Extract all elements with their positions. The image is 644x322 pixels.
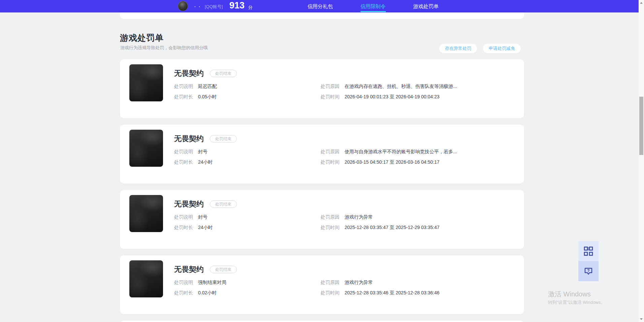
username: . . xyxy=(194,3,201,8)
help-button[interactable]: ? xyxy=(578,261,599,281)
penalty-relief-button[interactable]: 申请处罚减免 xyxy=(483,44,521,53)
field-value-time: 2026-04-19 00:01:23 至 2026-04-19 00:04:2… xyxy=(345,94,440,100)
field-label-duration: 处罚时长 xyxy=(174,94,198,100)
card-title-row: 无畏契约 处罚结束 xyxy=(174,199,237,209)
game-name: 无畏契约 xyxy=(174,264,204,275)
field-label-duration: 处罚时长 xyxy=(174,225,198,230)
abnormal-penalty-button[interactable]: 存在异常处罚 xyxy=(439,44,477,53)
field-value-desc: 封号 xyxy=(198,214,207,220)
field-duration: 处罚时长 0.02小时 xyxy=(174,290,321,296)
field-value-duration: 0.02小时 xyxy=(198,290,217,296)
field-label-time: 处罚时间 xyxy=(321,159,345,165)
penalty-fields: 处罚说明 强制结束对局 处罚原因 游戏行为异常 处罚时长 0.02小时 处罚时间… xyxy=(174,280,440,296)
field-reason: 处罚原因 使用与自身游戏水平不符的账号影响竞技公平，若多... xyxy=(321,149,457,155)
field-value-reason: 在游戏内存在逃跑、挂机、秒退、伤害队友等消极游... xyxy=(345,84,457,89)
card-title-row: 无畏契约 处罚结束 xyxy=(174,134,237,144)
game-thumbnail xyxy=(129,260,163,297)
previous-card-bottom-edge xyxy=(120,12,524,19)
avatar[interactable] xyxy=(178,1,188,11)
field-desc: 处罚说明 延迟匹配 xyxy=(174,84,321,89)
field-label-reason: 处罚原因 xyxy=(321,214,345,220)
field-label-duration: 处罚时长 xyxy=(174,290,198,296)
qr-code-button[interactable] xyxy=(578,241,599,261)
field-reason: 处罚原因 游戏行为异常 xyxy=(321,280,440,285)
field-value-reason: 游戏行为异常 xyxy=(345,280,373,285)
field-label-desc: 处罚说明 xyxy=(174,149,198,155)
penalty-card: 无畏契约 处罚结束 处罚说明 封号 处罚原因 游戏行为异常 处罚时长 24小时 … xyxy=(120,190,524,249)
game-name: 无畏契约 xyxy=(174,134,204,144)
field-value-desc: 封号 xyxy=(198,149,207,155)
field-desc: 处罚说明 强制结束对局 xyxy=(174,280,321,285)
field-value-duration: 0.05小时 xyxy=(198,94,217,100)
penalty-fields: 处罚说明 延迟匹配 处罚原因 在游戏内存在逃跑、挂机、秒退、伤害队友等消极游..… xyxy=(174,84,457,100)
windows-activation-watermark-title: 激活 Windows xyxy=(548,290,591,299)
field-value-time: 2025-12-28 03:35:46 至 2025-12-28 03:36:4… xyxy=(345,290,440,296)
field-desc: 处罚说明 封号 xyxy=(174,214,321,220)
top-nav-bar: . . [QQ账号] 913 分 信用分礼包 信用限制令 游戏处罚单 xyxy=(0,0,639,12)
field-value-duration: 24小时 xyxy=(198,225,213,230)
qr-code-icon xyxy=(583,246,593,256)
game-thumbnail xyxy=(129,130,163,167)
scrollbar-thumb[interactable] xyxy=(639,97,643,155)
scroll-down-arrow-icon[interactable] xyxy=(640,318,643,320)
field-label-time: 处罚时间 xyxy=(321,94,345,100)
tab-credit-gift[interactable]: 信用分礼包 xyxy=(308,3,333,10)
field-value-reason: 使用与自身游戏水平不符的账号影响竞技公平，若多... xyxy=(345,149,457,155)
field-value-reason: 游戏行为异常 xyxy=(345,214,373,220)
status-badge: 处罚结束 xyxy=(210,135,237,142)
header-actions: 存在异常处罚 申请处罚减免 xyxy=(439,44,521,53)
field-value-time: 2025-12-28 03:35:47 至 2025-12-29 03:35:4… xyxy=(345,225,440,230)
field-reason: 处罚原因 游戏行为异常 xyxy=(321,214,440,220)
field-desc: 处罚说明 封号 xyxy=(174,149,321,155)
field-value-duration: 24小时 xyxy=(198,159,213,165)
field-value-desc: 强制结束对局 xyxy=(198,280,226,285)
game-thumbnail xyxy=(129,195,163,232)
field-label-reason: 处罚原因 xyxy=(321,149,345,155)
tab-credit-restriction[interactable]: 信用限制令 xyxy=(360,3,386,10)
status-badge: 处罚结束 xyxy=(210,266,237,273)
penalty-card-list: 无畏契约 处罚结束 处罚说明 延迟匹配 处罚原因 在游戏内存在逃跑、挂机、秒退、… xyxy=(120,59,524,314)
game-name: 无畏契约 xyxy=(174,68,204,78)
field-duration: 处罚时长 0.05小时 xyxy=(174,94,321,100)
main-content: 游戏处罚单 游戏行为违规导致处罚，会影响您的信用分哦 存在异常处罚 申请处罚减免… xyxy=(120,0,524,322)
field-label-time: 处罚时间 xyxy=(321,290,345,296)
active-tab-underline xyxy=(360,11,386,12)
field-duration: 处罚时长 24小时 xyxy=(174,159,321,165)
field-label-desc: 处罚说明 xyxy=(174,280,198,285)
field-label-desc: 处罚说明 xyxy=(174,214,198,220)
tab-game-penalty[interactable]: 游戏处罚单 xyxy=(413,3,439,10)
field-label-time: 处罚时间 xyxy=(321,225,345,230)
credit-score: 913 xyxy=(229,0,245,11)
field-time: 处罚时间 2026-04-19 00:01:23 至 2026-04-19 00… xyxy=(321,94,457,100)
field-label-duration: 处罚时长 xyxy=(174,159,198,165)
field-value-desc: 延迟匹配 xyxy=(198,84,217,89)
card-title-row: 无畏契约 处罚结束 xyxy=(174,264,237,275)
scroll-up-arrow-icon[interactable] xyxy=(640,2,643,4)
penalty-fields: 处罚说明 封号 处罚原因 使用与自身游戏水平不符的账号影响竞技公平，若多... … xyxy=(174,149,457,165)
status-badge: 处罚结束 xyxy=(210,70,237,77)
floating-widget: ? xyxy=(578,241,599,281)
field-duration: 处罚时长 24小时 xyxy=(174,225,321,230)
penalty-card-partial xyxy=(120,321,524,322)
penalty-card: 无畏契约 处罚结束 处罚说明 延迟匹配 处罚原因 在游戏内存在逃跑、挂机、秒退、… xyxy=(120,59,524,118)
field-value-time: 2026-03-15 04:50:17 至 2026-03-16 04:50:1… xyxy=(345,159,440,165)
credit-score-unit: 分 xyxy=(248,4,253,10)
windows-activation-watermark-subtitle: 转到“设置”以激活 Windows。 xyxy=(548,299,605,305)
page-subtitle: 游戏行为违规导致处罚，会影响您的信用分哦 xyxy=(120,45,208,51)
status-badge: 处罚结束 xyxy=(210,200,237,208)
help-bubble-icon: ? xyxy=(583,266,593,276)
game-name: 无畏契约 xyxy=(174,199,204,209)
penalty-fields: 处罚说明 封号 处罚原因 游戏行为异常 处罚时长 24小时 处罚时间 2025-… xyxy=(174,214,440,230)
page-title: 游戏处罚单 xyxy=(120,32,164,43)
penalty-card: 无畏契约 处罚结束 处罚说明 封号 处罚原因 使用与自身游戏水平不符的账号影响竞… xyxy=(120,125,524,184)
field-time: 处罚时间 2026-03-15 04:50:17 至 2026-03-16 04… xyxy=(321,159,457,165)
vertical-scrollbar[interactable] xyxy=(639,0,644,322)
field-label-reason: 处罚原因 xyxy=(321,84,345,89)
penalty-card: 无畏契约 处罚结束 处罚说明 强制结束对局 处罚原因 游戏行为异常 处罚时长 0… xyxy=(120,255,524,314)
field-time: 处罚时间 2025-12-28 03:35:46 至 2025-12-28 03… xyxy=(321,290,440,296)
card-title-row: 无畏契约 处罚结束 xyxy=(174,68,237,78)
field-label-reason: 处罚原因 xyxy=(321,280,345,285)
field-time: 处罚时间 2025-12-28 03:35:47 至 2025-12-29 03… xyxy=(321,225,440,230)
field-reason: 处罚原因 在游戏内存在逃跑、挂机、秒退、伤害队友等消极游... xyxy=(321,84,457,89)
svg-text:?: ? xyxy=(587,268,589,273)
